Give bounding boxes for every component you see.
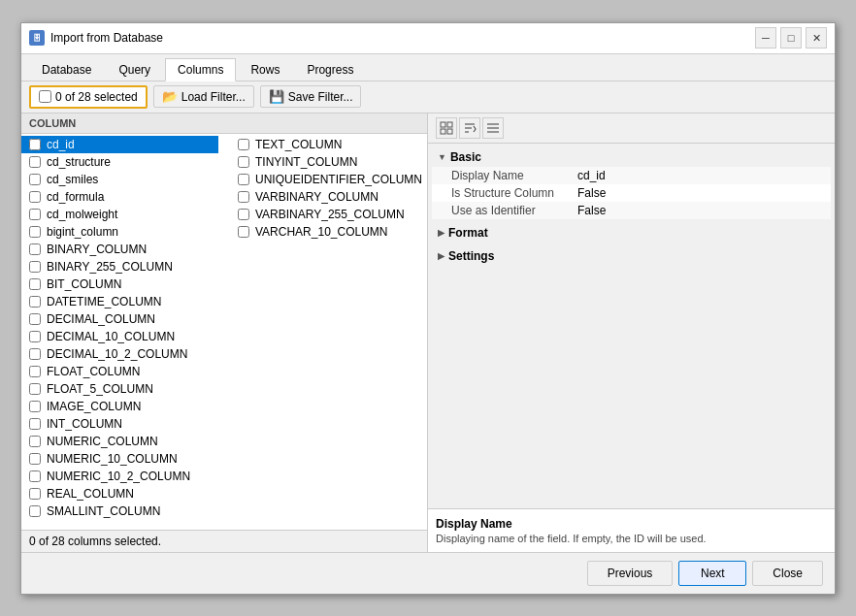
column-item-UNIQUEIDENTIFIER_COLUMN[interactable]: UNIQUEIDENTIFIER_COLUMN — [230, 171, 427, 188]
col-checkbox-cd_molweight[interactable] — [29, 209, 41, 220]
next-button[interactable]: Next — [678, 561, 746, 586]
col-label: bigint_column — [47, 225, 118, 239]
maximize-button[interactable]: □ — [780, 27, 802, 49]
column-item-cd_structure[interactable]: cd_structure — [21, 153, 218, 171]
column-item-VARBINARY_255_COLUMN[interactable]: VARBINARY_255_COLUMN — [230, 206, 427, 223]
col-checkbox-bigint_column[interactable] — [29, 226, 41, 238]
column-item-cd_molweight[interactable]: cd_molweight — [21, 206, 218, 223]
col-checkbox-REAL_COLUMN[interactable] — [29, 488, 41, 500]
view-icon-btn[interactable] — [436, 117, 457, 139]
sort-icon-btn[interactable] — [459, 117, 480, 139]
footer: Previous Next Close — [21, 552, 835, 594]
chevron-right-icon-2: ▶ — [438, 251, 444, 261]
col-checkbox-cd_id[interactable] — [29, 139, 41, 150]
column-item-REAL_COLUMN[interactable]: REAL_COLUMN — [21, 485, 218, 503]
load-filter-button[interactable]: 📂 Load Filter... — [153, 85, 254, 108]
col-checkbox-FLOAT_5_COLUMN[interactable] — [29, 383, 41, 395]
tab-progress[interactable]: Progress — [294, 58, 366, 81]
select-all-checkbox[interactable] — [39, 90, 51, 103]
col-label: TEXT_COLUMN — [255, 138, 342, 151]
prop-key-display-name: Display Name — [451, 169, 577, 182]
prop-value-is-structure: False — [577, 186, 606, 200]
col-checkbox-BIT_COLUMN[interactable] — [29, 278, 41, 290]
tab-rows[interactable]: Rows — [238, 58, 292, 81]
col-checkbox-SMALLINT_COLUMN[interactable] — [29, 505, 41, 517]
section-basic-header[interactable]: ▼ Basic — [432, 147, 831, 167]
col-checkbox-BINARY_255_COLUMN[interactable] — [29, 261, 41, 273]
column-item-SMALLINT_COLUMN[interactable]: SMALLINT_COLUMN — [21, 503, 218, 520]
save-icon: 💾 — [269, 89, 284, 104]
col-checkbox-DATETIME_COLUMN[interactable] — [29, 296, 41, 308]
col-checkbox-cd_structure[interactable] — [29, 156, 41, 168]
prop-value-display-name: cd_id — [577, 169, 606, 182]
col-checkbox-VARBINARY_COLUMN[interactable] — [238, 191, 249, 203]
column-item-VARCHAR_10_COLUMN[interactable]: VARCHAR_10_COLUMN — [230, 223, 427, 241]
column-item-FLOAT_5_COLUMN[interactable]: FLOAT_5_COLUMN — [21, 380, 218, 398]
close-window-button[interactable]: ✕ — [806, 27, 827, 49]
column-item-DECIMAL_10_2_COLUMN[interactable]: DECIMAL_10_2_COLUMN — [21, 345, 218, 363]
col-checkbox-NUMERIC_COLUMN[interactable] — [29, 436, 41, 447]
col-label: cd_smiles — [47, 173, 98, 186]
column-item-IMAGE_COLUMN[interactable]: IMAGE_COLUMN — [21, 398, 218, 415]
column-item-cd_id[interactable]: cd_id — [21, 136, 218, 153]
col-label: cd_formula — [47, 190, 104, 204]
column-item-NUMERIC_COLUMN[interactable]: NUMERIC_COLUMN — [21, 433, 218, 450]
save-filter-label: Save Filter... — [288, 90, 353, 104]
save-filter-button[interactable]: 💾 Save Filter... — [260, 85, 362, 108]
col-checkbox-TEXT_COLUMN[interactable] — [238, 139, 249, 150]
tab-query[interactable]: Query — [106, 58, 163, 81]
prop-is-structure: Is Structure Column False — [432, 184, 831, 202]
minimize-button[interactable]: ─ — [755, 27, 776, 49]
col-checkbox-DECIMAL_10_2_COLUMN[interactable] — [29, 348, 41, 360]
col-checkbox-IMAGE_COLUMN[interactable] — [29, 401, 41, 412]
column-item-bigint_column[interactable]: bigint_column — [21, 223, 218, 241]
list-icon-btn[interactable] — [482, 117, 504, 139]
column-item-FLOAT_COLUMN[interactable]: FLOAT_COLUMN — [21, 363, 218, 380]
column-item-INT_COLUMN[interactable]: INT_COLUMN — [21, 415, 218, 433]
section-format-header[interactable]: ▶ Format — [432, 223, 831, 243]
tab-bar: Database Query Columns Rows Progress — [21, 54, 835, 81]
col-label: BIT_COLUMN — [47, 277, 121, 291]
col-checkbox-VARBINARY_255_COLUMN[interactable] — [238, 209, 249, 220]
column-item-BIT_COLUMN[interactable]: BIT_COLUMN — [21, 276, 218, 293]
prop-display-name: Display Name cd_id — [432, 167, 831, 184]
col-checkbox-INT_COLUMN[interactable] — [29, 418, 41, 430]
column-item-TEXT_COLUMN[interactable]: TEXT_COLUMN — [230, 136, 427, 153]
title-controls: ─ □ ✕ — [755, 27, 827, 49]
col-checkbox-NUMERIC_10_2_COLUMN[interactable] — [29, 470, 41, 482]
column-item-cd_formula[interactable]: cd_formula — [21, 188, 218, 206]
main-content: COLUMN cd_id cd_structure cd_smiles c — [21, 113, 835, 552]
column-item-DECIMAL_10_COLUMN[interactable]: DECIMAL_10_COLUMN — [21, 328, 218, 345]
col-checkbox-FLOAT_COLUMN[interactable] — [29, 366, 41, 377]
load-filter-label: Load Filter... — [181, 90, 246, 104]
close-button[interactable]: Close — [752, 561, 823, 586]
column-item-NUMERIC_10_2_COLUMN[interactable]: NUMERIC_10_2_COLUMN — [21, 468, 218, 485]
column-item-DATETIME_COLUMN[interactable]: DATETIME_COLUMN — [21, 293, 218, 310]
tab-columns[interactable]: Columns — [165, 58, 236, 81]
col-checkbox-DECIMAL_10_COLUMN[interactable] — [29, 331, 41, 342]
column-item-NUMERIC_10_COLUMN[interactable]: NUMERIC_10_COLUMN — [21, 450, 218, 468]
col-checkbox-TINYINT_COLUMN[interactable] — [238, 156, 249, 168]
main-window: 🗄 Import from Database ─ □ ✕ Database Qu… — [20, 22, 836, 595]
section-settings-header[interactable]: ▶ Settings — [432, 246, 831, 266]
column-item-cd_smiles[interactable]: cd_smiles — [21, 171, 218, 188]
tab-database[interactable]: Database — [29, 58, 104, 81]
svg-rect-2 — [441, 129, 445, 134]
col-label: cd_structure — [47, 155, 111, 169]
column-item-VARBINARY_COLUMN[interactable]: VARBINARY_COLUMN — [230, 188, 427, 206]
col-checkbox-BINARY_COLUMN[interactable] — [29, 243, 41, 255]
column-item-BINARY_255_COLUMN[interactable]: BINARY_255_COLUMN — [21, 258, 218, 276]
previous-button[interactable]: Previous — [587, 561, 674, 586]
column-item-BINARY_COLUMN[interactable]: BINARY_COLUMN — [21, 241, 218, 258]
col-checkbox-cd_formula[interactable] — [29, 191, 41, 203]
col-checkbox-cd_smiles[interactable] — [29, 174, 41, 185]
column-item-DECIMAL_COLUMN[interactable]: DECIMAL_COLUMN — [21, 310, 218, 328]
column-item-TINYINT_COLUMN[interactable]: TINYINT_COLUMN — [230, 153, 427, 171]
col-checkbox-DECIMAL_COLUMN[interactable] — [29, 313, 41, 325]
list-icon — [486, 121, 500, 135]
col-checkbox-VARCHAR_10_COLUMN[interactable] — [238, 226, 249, 238]
col-label: cd_id — [47, 138, 75, 151]
columns-list[interactable]: cd_id cd_structure cd_smiles cd_formula … — [21, 134, 427, 530]
col-checkbox-UNIQUEIDENTIFIER_COLUMN[interactable] — [238, 174, 249, 185]
col-checkbox-NUMERIC_10_COLUMN[interactable] — [29, 453, 41, 465]
